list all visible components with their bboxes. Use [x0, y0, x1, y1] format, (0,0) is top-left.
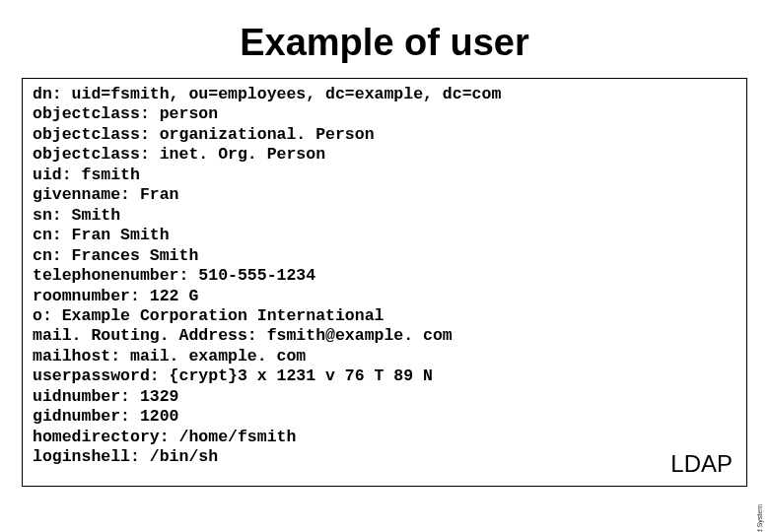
content-box: dn: uid=fsmith, ou=employees, dc=example… [22, 78, 747, 487]
slide-title: Example of user [0, 22, 769, 64]
copyright-sidebar: © 1999. TCP/IP and System [756, 504, 763, 532]
ldap-label: LDAP [670, 450, 733, 478]
ldif-block: dn: uid=fsmith, ou=employees, dc=example… [33, 85, 736, 468]
